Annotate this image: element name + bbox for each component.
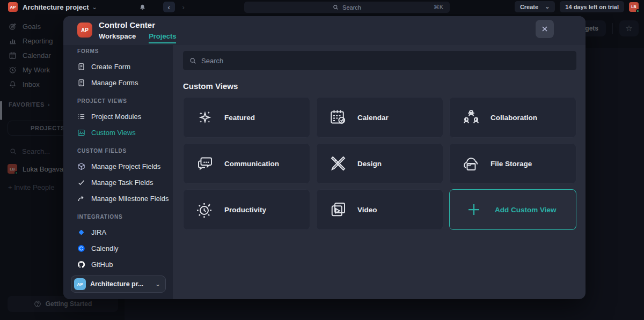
view-card-file-storage[interactable]: File Storage — [449, 143, 576, 184]
close-icon — [541, 25, 548, 33]
search-icon — [333, 4, 339, 10]
gear-clock-icon — [195, 200, 215, 219]
nav-section-integrations: INTEGRATIONS — [77, 214, 173, 220]
history-nav: ‹ › — [163, 2, 189, 12]
create-button[interactable]: Create ⌄ — [515, 1, 555, 12]
view-card-communication[interactable]: Communication — [183, 143, 310, 184]
add-custom-view-button[interactable]: Add Custom View — [449, 189, 576, 230]
nav-item-calendly[interactable]: Calendly — [77, 240, 173, 256]
modal-nav: FORMS Create Form Manage Forms PROJECT V… — [63, 45, 173, 299]
user-avatar[interactable]: LB — [629, 2, 639, 12]
chevron-down-icon: ⌄ — [92, 4, 97, 10]
nav-item-jira[interactable]: JIRA — [77, 224, 173, 240]
github-icon — [77, 261, 85, 269]
view-card-collaboration[interactable]: Collaboration — [449, 97, 576, 138]
search-shortcut: ⌘K — [434, 4, 443, 11]
workspace-badge: AP — [77, 23, 92, 38]
nav-section-custom-fields: CUSTOM FIELDS — [77, 148, 173, 154]
nav-section-forms: FORMS — [77, 48, 173, 54]
topbar: AP Architecture project ⌄ ‹ › Search ⌘K … — [0, 0, 644, 14]
sparkles-icon — [195, 108, 215, 127]
nav-item-manage-forms[interactable]: Manage Forms — [77, 75, 173, 91]
project-switcher-label: Architecture pr... — [90, 280, 151, 288]
modal-tabs: Workspace Projects — [99, 32, 176, 43]
chevron-down-icon: ⌄ — [545, 4, 550, 10]
nav-item-manage-project-fields[interactable]: Manage Project Fields — [77, 158, 173, 174]
search-icon — [189, 57, 196, 64]
view-card-design[interactable]: Design — [316, 143, 443, 184]
form-icon — [77, 79, 85, 87]
view-card-video[interactable]: Video — [316, 189, 443, 230]
tab-workspace[interactable]: Workspace — [99, 32, 136, 43]
calendly-icon — [77, 244, 85, 252]
video-play-icon — [328, 200, 348, 219]
forward-button[interactable]: › — [178, 2, 189, 12]
view-card-calendar[interactable]: Calendar — [316, 97, 443, 138]
global-search-input[interactable]: Search ⌘K — [244, 2, 450, 13]
notifications-bell-icon[interactable] — [139, 4, 146, 11]
modal-header: AP Control Center Workspace Projects — [63, 16, 586, 45]
app-screen: AP Architecture project ⌄ ‹ › Search ⌘K … — [0, 0, 644, 320]
workspace-badge[interactable]: AP — [8, 2, 18, 12]
nav-item-manage-milestone-fields[interactable]: Manage Milestone Fields — [77, 190, 173, 206]
custom-views-grid: Featured Calendar Collaboration — [183, 97, 576, 230]
nav-item-github[interactable]: GitHub — [77, 256, 173, 272]
check-icon — [77, 178, 85, 187]
cube-icon — [77, 162, 85, 170]
chevron-down-icon: ⌄ — [155, 280, 160, 288]
views-search[interactable] — [183, 51, 576, 70]
list-icon — [77, 113, 85, 121]
jira-icon — [77, 228, 85, 236]
online-status-dot — [636, 9, 640, 13]
chat-bubbles-icon — [195, 154, 215, 173]
form-icon — [77, 63, 85, 71]
nav-item-create-form[interactable]: Create Form — [77, 58, 173, 75]
section-title: Custom Views — [183, 81, 576, 91]
tab-projects[interactable]: Projects — [149, 32, 176, 43]
modal-main: Custom Views Featured Calendar — [173, 45, 586, 299]
nav-item-custom-views[interactable]: Custom Views — [77, 124, 173, 140]
view-card-featured[interactable]: Featured — [183, 97, 310, 138]
project-badge: AP — [74, 278, 86, 290]
milestone-arrow-icon — [77, 195, 85, 203]
nav-section-project-views: PROJECT VIEWS — [77, 98, 173, 104]
plus-icon — [466, 202, 482, 218]
modal-title: Control Center — [99, 20, 176, 29]
control-center-modal: AP Control Center Workspace Projects FOR… — [63, 16, 586, 299]
pencil-ruler-icon — [328, 154, 348, 173]
image-icon — [77, 129, 85, 137]
cloud-folder-icon — [462, 154, 481, 173]
project-switcher-dropdown[interactable]: AP Architecture pr... ⌄ — [71, 276, 166, 293]
nav-item-project-modules[interactable]: Project Modules — [77, 108, 173, 124]
close-button[interactable] — [536, 20, 554, 38]
people-network-icon — [462, 108, 481, 127]
nav-item-manage-task-fields[interactable]: Manage Task Fields — [77, 174, 173, 190]
views-search-input[interactable] — [201, 57, 570, 65]
workspace-name[interactable]: Architecture project — [23, 3, 89, 11]
calendar-check-icon — [328, 108, 348, 127]
global-search-placeholder: Search — [342, 4, 361, 11]
trial-badge[interactable]: 14 days left on trial — [560, 1, 624, 12]
back-button[interactable]: ‹ — [163, 2, 175, 12]
view-card-productivity[interactable]: Productivity — [183, 189, 310, 230]
